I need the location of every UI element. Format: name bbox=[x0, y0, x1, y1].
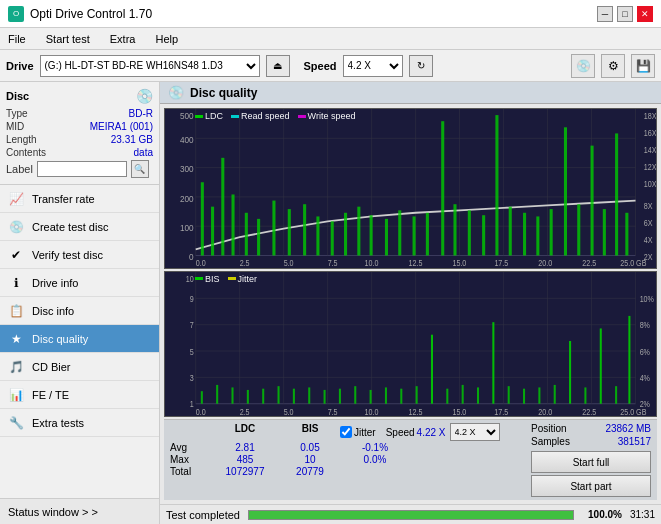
menubar: File Start test Extra Help bbox=[0, 28, 661, 50]
disc-type-label: Type bbox=[6, 108, 28, 119]
svg-text:7: 7 bbox=[190, 321, 194, 331]
svg-rect-111 bbox=[477, 387, 479, 403]
progress-track bbox=[248, 510, 574, 520]
svg-rect-27 bbox=[331, 221, 334, 255]
svg-rect-18 bbox=[211, 207, 214, 256]
menu-file[interactable]: File bbox=[4, 31, 30, 47]
svg-rect-21 bbox=[245, 213, 248, 256]
save-icon-btn[interactable]: 💾 bbox=[631, 54, 655, 78]
eject-button[interactable]: ⏏ bbox=[266, 55, 290, 77]
maximize-button[interactable]: □ bbox=[617, 6, 633, 22]
svg-rect-31 bbox=[385, 219, 388, 256]
svg-rect-22 bbox=[257, 219, 260, 256]
svg-rect-101 bbox=[324, 390, 326, 404]
svg-text:7.5: 7.5 bbox=[328, 259, 339, 268]
disc-label-label: Label bbox=[6, 163, 33, 175]
menu-start-test[interactable]: Start test bbox=[42, 31, 94, 47]
svg-rect-108 bbox=[431, 334, 433, 403]
minimize-button[interactable]: ─ bbox=[597, 6, 613, 22]
svg-rect-47 bbox=[603, 209, 606, 255]
svg-rect-76 bbox=[165, 272, 656, 416]
svg-text:100: 100 bbox=[180, 222, 194, 233]
svg-rect-45 bbox=[577, 204, 580, 255]
svg-text:400: 400 bbox=[180, 135, 194, 146]
svg-rect-96 bbox=[247, 390, 249, 404]
svg-text:15.0: 15.0 bbox=[452, 407, 466, 416]
svg-text:5.0: 5.0 bbox=[284, 259, 295, 268]
speed-select[interactable]: 4.2 X bbox=[343, 55, 403, 77]
start-part-button[interactable]: Start part bbox=[531, 475, 651, 497]
close-button[interactable]: ✕ bbox=[637, 6, 653, 22]
status-window-button[interactable]: Status window > > bbox=[0, 498, 159, 524]
svg-text:16X: 16X bbox=[644, 128, 656, 138]
svg-rect-0 bbox=[165, 109, 656, 268]
svg-text:22.5: 22.5 bbox=[582, 407, 596, 416]
disc-length-value: 23.31 GB bbox=[111, 134, 153, 145]
svg-rect-110 bbox=[462, 385, 464, 404]
jitter-checkbox[interactable] bbox=[340, 426, 352, 438]
svg-rect-25 bbox=[303, 204, 306, 255]
bottom-chart-svg: 1 3 5 7 9 10 2% 4% 6% 8% 10% 0.0 2.5 5.0 bbox=[165, 272, 656, 416]
svg-rect-42 bbox=[536, 216, 539, 255]
svg-rect-116 bbox=[554, 385, 556, 404]
stats-bar: LDC BIS Jitter Speed 4.22 X 4.2 X bbox=[164, 419, 657, 500]
start-full-button[interactable]: Start full bbox=[531, 451, 651, 473]
sidebar-item-disc-info[interactable]: 📋 Disc info bbox=[0, 297, 159, 325]
svg-rect-107 bbox=[416, 386, 418, 404]
avg-label: Avg bbox=[170, 442, 210, 453]
speed-stat-select[interactable]: 4.2 X bbox=[450, 423, 500, 441]
sidebar-item-transfer-rate[interactable]: 📈 Transfer rate bbox=[0, 185, 159, 213]
svg-rect-19 bbox=[221, 158, 224, 256]
svg-rect-44 bbox=[564, 127, 567, 255]
settings-icon-btn[interactable]: ⚙ bbox=[601, 54, 625, 78]
cd-bier-icon: 🎵 bbox=[8, 359, 24, 375]
refresh-button[interactable]: ↻ bbox=[409, 55, 433, 77]
nav-drive-info-label: Drive info bbox=[32, 277, 151, 289]
sidebar-item-verify-test-disc[interactable]: ✔ Verify test disc bbox=[0, 241, 159, 269]
total-bis: 20779 bbox=[280, 466, 340, 477]
drive-select[interactable]: (G:) HL-DT-ST BD-RE WH16NS48 1.D3 bbox=[40, 55, 260, 77]
sidebar-item-drive-info[interactable]: ℹ Drive info bbox=[0, 269, 159, 297]
svg-text:10: 10 bbox=[186, 274, 194, 284]
svg-text:0: 0 bbox=[189, 252, 194, 263]
svg-rect-43 bbox=[550, 209, 553, 255]
content-header-icon: 💿 bbox=[168, 85, 184, 100]
sidebar-item-extra-tests[interactable]: 🔧 Extra tests bbox=[0, 409, 159, 437]
speed-stat-value: 4.22 X bbox=[417, 427, 446, 438]
bottom-chart-legend: BIS Jitter bbox=[195, 274, 257, 284]
status-window-label: Status window > > bbox=[8, 506, 98, 518]
sidebar-item-disc-quality[interactable]: ★ Disc quality bbox=[0, 325, 159, 353]
jitter-label: Jitter bbox=[354, 427, 376, 438]
disc-info-icon: 📋 bbox=[8, 303, 24, 319]
disc-mid-label: MID bbox=[6, 121, 24, 132]
svg-text:10.0: 10.0 bbox=[364, 259, 378, 268]
sidebar-item-fe-te[interactable]: 📊 FE / TE bbox=[0, 381, 159, 409]
svg-rect-35 bbox=[441, 121, 444, 255]
verify-disc-icon: ✔ bbox=[8, 247, 24, 263]
stats-header-row: LDC BIS Jitter Speed 4.22 X 4.2 X bbox=[170, 423, 523, 441]
disc-label-input[interactable] bbox=[37, 161, 127, 177]
svg-rect-105 bbox=[385, 387, 387, 403]
bottom-status-bar: Test completed 100.0% 31:31 bbox=[160, 504, 661, 524]
svg-rect-46 bbox=[591, 146, 594, 256]
svg-text:10.0: 10.0 bbox=[364, 407, 378, 416]
disc-contents-label: Contents bbox=[6, 147, 46, 158]
svg-rect-34 bbox=[426, 213, 429, 256]
svg-rect-113 bbox=[508, 386, 510, 404]
disc-label-btn[interactable]: 🔍 bbox=[131, 160, 149, 178]
svg-text:1: 1 bbox=[190, 400, 194, 410]
speed-stat-label: Speed bbox=[386, 427, 415, 438]
menu-extra[interactable]: Extra bbox=[106, 31, 140, 47]
disc-icon-btn[interactable]: 💿 bbox=[571, 54, 595, 78]
legend-ldc: LDC bbox=[195, 111, 223, 121]
sidebar-item-cd-bier[interactable]: 🎵 CD Bier bbox=[0, 353, 159, 381]
svg-text:10X: 10X bbox=[644, 180, 656, 190]
main-layout: Disc 💿 Type BD-R MID MEIRA1 (001) Length… bbox=[0, 82, 661, 524]
samples-value: 381517 bbox=[618, 436, 651, 447]
disc-type-row: Type BD-R bbox=[6, 108, 153, 119]
svg-text:22.5: 22.5 bbox=[582, 259, 596, 268]
svg-rect-94 bbox=[216, 385, 218, 404]
svg-rect-102 bbox=[339, 388, 341, 403]
menu-help[interactable]: Help bbox=[151, 31, 182, 47]
sidebar-item-create-test-disc[interactable]: 💿 Create test disc bbox=[0, 213, 159, 241]
